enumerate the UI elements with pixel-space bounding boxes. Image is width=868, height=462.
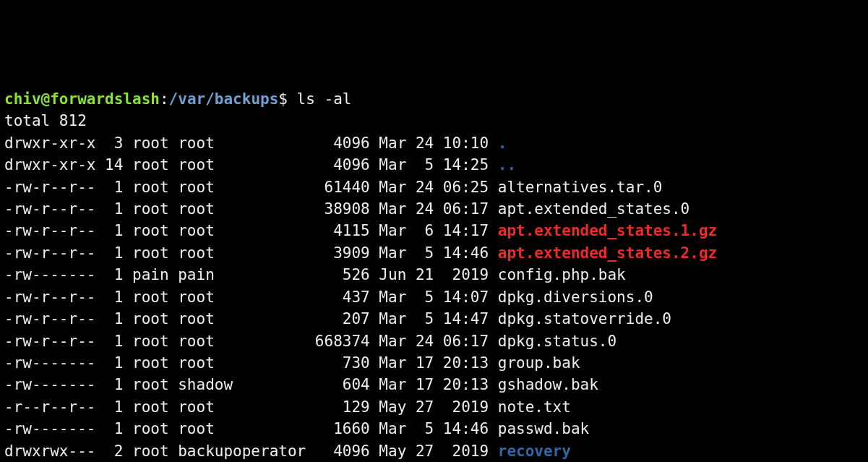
file-name: alternatives.tar.0 <box>498 179 663 196</box>
ls-row: -rw------- 1 root root 1660 Mar 5 14:46 … <box>4 418 864 440</box>
user-host: chiv@forwardslash <box>4 90 160 108</box>
file-name: . <box>498 134 507 152</box>
file-name: recovery <box>498 442 571 460</box>
file-name: group.bak <box>498 354 580 372</box>
ls-row: -rw-r--r-- 1 root root 437 Mar 5 14:07 d… <box>4 286 864 308</box>
ls-row: -rw-r--r-- 1 root root 3909 Mar 5 14:46 … <box>4 242 864 264</box>
prompt-dollar: $ <box>278 90 296 108</box>
file-meta: drwxr-xr-x 14 root root 4096 Mar 5 14:25 <box>4 156 498 174</box>
ls-row: -rw-r--r-- 1 root root 207 Mar 5 14:47 d… <box>4 308 864 330</box>
prompt-colon: : <box>160 90 169 108</box>
file-name: config.php.bak <box>498 266 626 283</box>
file-meta: -rw-r--r-- 1 root root 207 Mar 5 14:47 <box>4 310 498 328</box>
ls-row: -rw-r--r-- 1 root root 4115 Mar 6 14:17 … <box>4 220 864 241</box>
cwd-path: /var/backups <box>169 90 279 108</box>
file-name: note.txt <box>498 398 571 416</box>
file-name: gshadow.bak <box>498 376 598 393</box>
file-meta: -rw------- 1 pain pain 526 Jun 21 2019 <box>4 266 498 283</box>
file-name: apt.extended_states.0 <box>498 200 690 218</box>
total-line: total 812 <box>4 110 864 132</box>
file-name: dpkg.diversions.0 <box>498 288 653 306</box>
ls-row: -rw-r--r-- 1 root root 61440 Mar 24 06:2… <box>4 176 864 198</box>
file-name: passwd.bak <box>498 420 589 437</box>
file-meta: -rw-r--r-- 1 root root 61440 Mar 24 06:2… <box>4 179 498 196</box>
ls-row: -r--r--r-- 1 root root 129 May 27 2019 n… <box>4 396 864 418</box>
file-name: dpkg.statoverride.0 <box>498 310 671 328</box>
prompt-line[interactable]: chiv@forwardslash:/var/backups$ ls -al <box>4 88 864 110</box>
file-meta: -r--r--r-- 1 root root 129 May 27 2019 <box>4 398 498 416</box>
file-meta: -rw-r--r-- 1 root root 4115 Mar 6 14:17 <box>4 222 498 239</box>
ls-row: -rw-r--r-- 1 root root 668374 Mar 24 06:… <box>4 330 864 352</box>
terminal[interactable]: chiv@forwardslash:/var/backups$ ls -alto… <box>4 88 864 462</box>
ls-row: -rw------- 1 pain pain 526 Jun 21 2019 c… <box>4 264 864 286</box>
file-meta: -rw------- 1 root root 730 Mar 17 20:13 <box>4 354 498 372</box>
file-meta: -rw------- 1 root shadow 604 Mar 17 20:1… <box>4 376 498 393</box>
file-meta: -rw------- 1 root root 1660 Mar 5 14:46 <box>4 420 498 437</box>
file-meta: -rw-r--r-- 1 root root 38908 Mar 24 06:1… <box>4 200 498 218</box>
file-meta: drwxrwx--- 2 root backupoperator 4096 Ma… <box>4 442 498 460</box>
ls-row: -rw-r--r-- 1 root root 38908 Mar 24 06:1… <box>4 198 864 220</box>
file-meta: -rw-r--r-- 1 root root 3909 Mar 5 14:46 <box>4 244 498 262</box>
ls-row: -rw------- 1 root root 730 Mar 17 20:13 … <box>4 352 864 374</box>
file-meta: -rw-r--r-- 1 root root 668374 Mar 24 06:… <box>4 333 498 350</box>
command-text: ls -al <box>297 90 352 108</box>
file-meta: drwxr-xr-x 3 root root 4096 Mar 24 10:10 <box>4 134 498 152</box>
file-meta: -rw-r--r-- 1 root root 437 Mar 5 14:07 <box>4 288 498 306</box>
ls-row: drwxr-xr-x 3 root root 4096 Mar 24 10:10… <box>4 132 864 154</box>
file-name: apt.extended_states.1.gz <box>498 222 717 239</box>
file-name: dpkg.status.0 <box>498 333 616 350</box>
ls-row: -rw------- 1 root shadow 604 Mar 17 20:1… <box>4 374 864 395</box>
file-name: apt.extended_states.2.gz <box>498 244 717 262</box>
ls-row: drwxrwx--- 2 root backupoperator 4096 Ma… <box>4 440 864 462</box>
file-name: .. <box>498 156 516 174</box>
ls-row: drwxr-xr-x 14 root root 4096 Mar 5 14:25… <box>4 154 864 176</box>
